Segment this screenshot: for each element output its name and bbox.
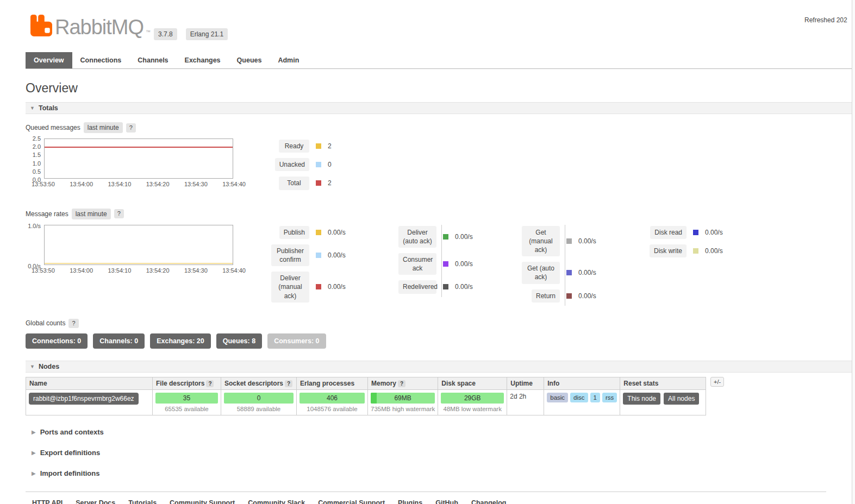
reset-stats-cell: This node All nodes — [620, 389, 706, 415]
fd-bar: 35 — [155, 393, 218, 404]
legend-label-get-auto: Get (auto ack) — [522, 262, 560, 284]
global-counts-help-icon[interactable]: ? — [68, 319, 78, 328]
legend-group-deliver: Deliver (auto ack) 0.00/s Consumer ack 0… — [394, 226, 486, 299]
erlang-processes-bar: 406 — [299, 393, 365, 404]
footer-link-tutorials[interactable]: Tutorials — [128, 499, 157, 504]
legend-label-return: Return — [532, 289, 560, 303]
message-rates-label: Message rates — [26, 210, 68, 218]
totals-section-toggle[interactable]: ▼ Totals — [26, 102, 852, 114]
publisher-confirm-rate: 0.00/s — [328, 251, 359, 259]
nodes-table: Name File descriptors? Socket descriptor… — [26, 377, 706, 415]
ready-color-swatch — [316, 143, 321, 149]
legend-divider — [565, 225, 565, 306]
chevron-right-icon: ▶ — [32, 429, 36, 435]
memory-help-icon[interactable]: ? — [398, 380, 405, 387]
footer-link-commercial-support[interactable]: Commercial Support — [318, 499, 385, 504]
nodes-section-label: Nodes — [39, 363, 59, 370]
export-definitions-toggle[interactable]: ▶ Export definitions — [32, 449, 855, 457]
x-tick: 13:54:40 — [222, 181, 246, 187]
global-counts-label: Global counts — [26, 319, 65, 327]
footer-link-github[interactable]: GitHub — [435, 499, 458, 504]
reset-this-node-button[interactable]: This node — [623, 393, 660, 405]
legend-row-ready: Ready 2 — [267, 140, 332, 153]
y-tick: 0.0 — [33, 177, 41, 183]
return-color-swatch — [566, 293, 572, 299]
col-file-descriptors: File descriptors? — [153, 377, 221, 389]
global-counts-badges: Connections: 0 Channels: 0 Exchanges: 20… — [26, 333, 855, 349]
column-toggle-button[interactable]: +/- — [710, 377, 724, 387]
legend-label-total: Total — [279, 177, 309, 190]
nodes-section-toggle[interactable]: ▼ Nodes — [26, 361, 852, 373]
legend-label-deliver-manual: Deliver (manual ack) — [271, 272, 309, 303]
chevron-right-icon: ▶ — [32, 470, 36, 476]
nodes-header-row: Name File descriptors? Socket descriptor… — [26, 377, 706, 389]
legend-group-publish: Publish 0.00/s Publisher confirm 0.00/s … — [267, 226, 359, 308]
queued-chart-x-axis: 13:53:50 13:54:00 13:54:10 13:54:20 13:5… — [32, 181, 246, 187]
nav-tabs: Overview Connections Channels Exchanges … — [26, 52, 852, 69]
channels-count-badge[interactable]: Channels: 0 — [93, 333, 145, 349]
message-rates-period-selector[interactable]: last minute — [72, 209, 111, 219]
footer-link-changelog[interactable]: Changelog — [471, 499, 507, 504]
connections-count-badge[interactable]: Connections: 0 — [26, 333, 88, 349]
queued-messages-period-selector[interactable]: last minute — [84, 122, 123, 133]
rabbitmq-version-badge: 3.7.8 — [154, 28, 177, 40]
totals-section-label: Totals — [39, 104, 58, 112]
rates-chart-y-axis: 1.0/s 0.0/s — [26, 225, 44, 266]
queued-messages-help-icon[interactable]: ? — [126, 123, 136, 133]
consumer-ack-color-swatch — [443, 261, 448, 267]
disk-write-color-swatch — [693, 248, 698, 254]
legend-label-consumer-ack: Consumer ack — [398, 253, 436, 275]
info-cell: basic disc 1 rss — [544, 389, 620, 415]
uptime-cell: 2d 2h — [507, 389, 544, 415]
message-rates-help-icon[interactable]: ? — [114, 209, 124, 218]
legend-group-disk: Disk read 0.00/s Disk write 0.00/s — [644, 226, 737, 263]
total-color-swatch — [316, 180, 321, 186]
queued-messages-plot-area — [44, 138, 233, 179]
import-definitions-toggle[interactable]: ▶ Import definitions — [32, 469, 855, 477]
y-tick: 0.0/s — [28, 263, 41, 269]
sd-help-icon[interactable]: ? — [285, 380, 292, 387]
tab-queues[interactable]: Queues — [229, 52, 270, 68]
x-tick: 13:54:40 — [222, 267, 246, 274]
exchanges-count-badge[interactable]: Exchanges: 20 — [150, 333, 211, 349]
x-tick: 13:54:10 — [108, 267, 131, 274]
queued-messages-legend: Ready 2 Unacked 0 Total 2 — [267, 140, 332, 196]
tab-channels[interactable]: Channels — [129, 52, 176, 68]
fd-help-icon[interactable]: ? — [206, 380, 214, 387]
legend-label-disk-read: Disk read — [650, 226, 687, 239]
legend-label-publisher-confirm: Publisher confirm — [271, 244, 309, 266]
legend-label-disk-write: Disk write — [650, 244, 687, 257]
col-socket-descriptors: Socket descriptors? — [221, 377, 297, 389]
info-badge-version: 1 — [590, 393, 600, 402]
footer-link-server-docs[interactable]: Server Docs — [76, 499, 115, 504]
ports-and-contexts-toggle[interactable]: ▶ Ports and contexts — [32, 428, 855, 436]
brand-trademark: ™ — [146, 29, 151, 35]
tab-connections[interactable]: Connections — [72, 52, 130, 68]
col-memory: Memory? — [368, 377, 438, 389]
reset-all-nodes-button[interactable]: All nodes — [664, 393, 699, 405]
deliver-manual-color-swatch — [316, 284, 321, 289]
queues-count-badge[interactable]: Queues: 8 — [216, 333, 262, 349]
footer-link-community-slack[interactable]: Community Slack — [248, 499, 305, 504]
footer-link-plugins[interactable]: Plugins — [398, 499, 422, 504]
deliver-auto-color-swatch — [443, 234, 448, 240]
queued-chart-y-axis: 2.5 2.0 1.5 1.0 0.5 0.0 — [26, 138, 44, 180]
tab-admin[interactable]: Admin — [270, 52, 307, 68]
erlang-version-badge: Erlang 21.1 — [186, 28, 228, 40]
x-tick: 13:54:00 — [70, 267, 93, 274]
footer-link-http-api[interactable]: HTTP API — [32, 499, 63, 504]
uptime-value: 2d 2h — [510, 393, 526, 400]
y-tick: 1.0/s — [28, 223, 41, 229]
disk-read-rate: 0.00/s — [705, 229, 737, 236]
tab-exchanges[interactable]: Exchanges — [177, 52, 229, 68]
unacked-value: 0 — [328, 161, 332, 168]
node-row: rabbit@izbp1f6nspevrmbrg2w66ez 35 65535 … — [26, 389, 706, 415]
legend-label-get-manual: Get (manual ack) — [522, 226, 560, 257]
footer-link-community-support[interactable]: Community Support — [170, 499, 235, 504]
node-name-badge[interactable]: rabbit@izbp1f6nspevrmbrg2w66ez — [29, 393, 139, 405]
scrollbar-track[interactable] — [852, 0, 855, 504]
y-tick: 0.5 — [33, 168, 41, 175]
rabbitmq-logo[interactable]: RabbitMQ ™ — [30, 14, 151, 37]
get-auto-color-swatch — [566, 270, 572, 275]
tab-overview[interactable]: Overview — [26, 52, 72, 68]
